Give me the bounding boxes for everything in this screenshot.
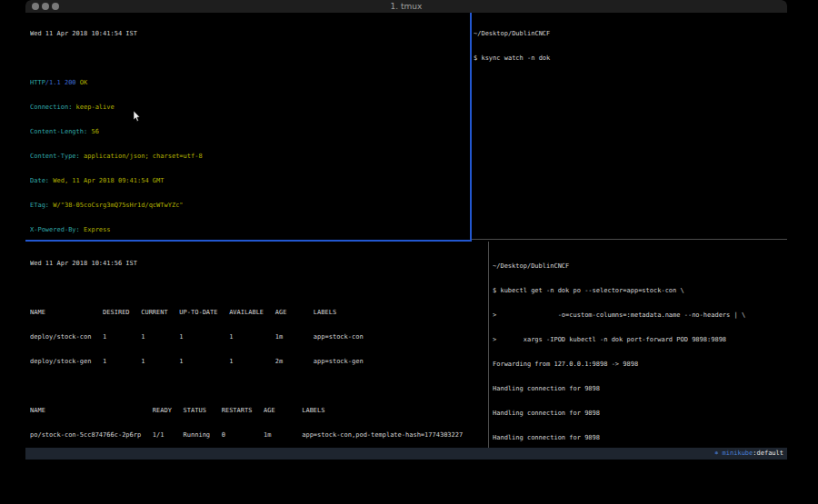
deploy-table-header: NAME DESIRED CURRENT UP-TO-DATE AVAILABL… xyxy=(30,309,486,317)
mouse-pointer-icon xyxy=(133,111,140,122)
blank-line xyxy=(30,284,486,292)
tmux-status-right: ⎈ minikube:default xyxy=(714,448,783,460)
header-name: Connection: xyxy=(30,104,72,111)
command-line: $ kubectl get -n dok po --selector=app=s… xyxy=(493,287,785,295)
header-name: X-Powered-By: xyxy=(30,226,80,233)
header-name: ETag: xyxy=(30,202,49,209)
pod-table-header: NAME READY STATUS RESTARTS AGE LABELS xyxy=(30,407,486,415)
pane-divider-vertical-top[interactable] xyxy=(470,13,472,240)
pane-http-response[interactable]: Wed 11 Apr 2018 10:41:54 IST HTTP/1.1 20… xyxy=(30,14,469,239)
cwd-line: ~/Desktop/DublinCNCF xyxy=(493,262,785,271)
tmux-status-bar: demo0:bash* ⎈ minikube:default xyxy=(25,448,787,460)
pane-ksync[interactable]: ~/Desktop/DublinCNCF $ ksync watch -n do… xyxy=(474,14,783,239)
header-value: keep-alive xyxy=(72,104,114,111)
header-value: Wed, 11 Apr 2018 09:41:54 GMT xyxy=(49,177,164,184)
header-value: application/json; charset=utf-8 xyxy=(80,153,203,160)
pod-table-row: po/stock-con-5cc874766c-2p6rp 1/1 Runnin… xyxy=(30,431,486,440)
pane-port-forward[interactable]: ~/Desktop/DublinCNCF $ kubectl get -n do… xyxy=(493,246,785,447)
header-name: Content-Length: xyxy=(30,128,87,135)
output-line: Handling connection for 9898 xyxy=(493,385,785,393)
header-value: Express xyxy=(80,226,111,233)
command-line: $ ksync watch -n dok xyxy=(474,54,783,63)
pane-divider-vertical-bottom[interactable] xyxy=(488,242,489,448)
http-status-line: HTTP/1.1 200 OK xyxy=(30,79,469,87)
http-header-line: Date: Wed, 11 Apr 2018 09:41:54 GMT xyxy=(30,177,469,185)
window-title: 1. tmux xyxy=(25,2,787,11)
deploy-table-row: deploy/stock-con 1 1 1 1 1m app=stock-co… xyxy=(30,333,486,341)
header-value: 56 xyxy=(87,128,99,135)
http-proto: HTTP xyxy=(30,79,45,86)
http-version-code: /1.1 200 xyxy=(45,79,76,86)
output-line: Handling connection for 9898 xyxy=(493,434,785,442)
http-header-line: Content-Type: application/json; charset=… xyxy=(30,153,469,161)
header-name: Date: xyxy=(30,177,49,184)
window-titlebar[interactable]: 1. tmux xyxy=(25,0,787,13)
terminal-window: 1. tmux Wed 11 Apr 2018 10:41:54 IST HTT… xyxy=(25,0,787,460)
command-continuation-line: > xargs -IPOD kubectl -n dok port-forwar… xyxy=(493,336,785,344)
desktop-background: 1. tmux Wed 11 Apr 2018 10:41:54 IST HTT… xyxy=(0,0,818,504)
cwd-line: ~/Desktop/DublinCNCF xyxy=(474,30,783,38)
timestamp-line: Wed 11 Apr 2018 10:41:56 IST xyxy=(30,260,486,268)
header-value: W/"38-05coCsrg3mQ75sHr1d/qcWTwYZc" xyxy=(49,202,184,209)
deploy-table-row: deploy/stock-gen 1 1 1 1 2m app=stock-ge… xyxy=(30,358,486,366)
kube-context: minikube xyxy=(723,450,753,457)
http-header-line: Content-Length: 56 xyxy=(30,128,469,136)
http-header-line: X-Powered-By: Express xyxy=(30,226,469,234)
pane-kubectl-resources[interactable]: Wed 11 Apr 2018 10:41:56 IST NAME DESIRE… xyxy=(30,243,486,447)
blank-line xyxy=(30,382,486,390)
output-line: Forwarding from 127.0.0.1:9898 -> 9898 xyxy=(493,361,785,369)
pane-divider-horizontal-inactive[interactable] xyxy=(472,239,787,240)
http-header-line: ETag: W/"38-05coCsrg3mQ75sHr1d/qcWTwYZc" xyxy=(30,202,469,210)
kube-namespace: :default xyxy=(753,450,783,457)
http-header-line: Connection: keep-alive xyxy=(30,104,469,112)
command-continuation-line: > -o=custom-columns=:metadata.name --no-… xyxy=(493,311,785,320)
timestamp-line: Wed 11 Apr 2018 10:41:54 IST xyxy=(30,30,469,38)
output-line: Handling connection for 9898 xyxy=(493,410,785,418)
header-name: Content-Type: xyxy=(30,153,80,160)
pane-divider-horizontal-active[interactable] xyxy=(25,240,472,242)
http-status-text: OK xyxy=(76,79,88,86)
blank-line xyxy=(30,54,469,63)
